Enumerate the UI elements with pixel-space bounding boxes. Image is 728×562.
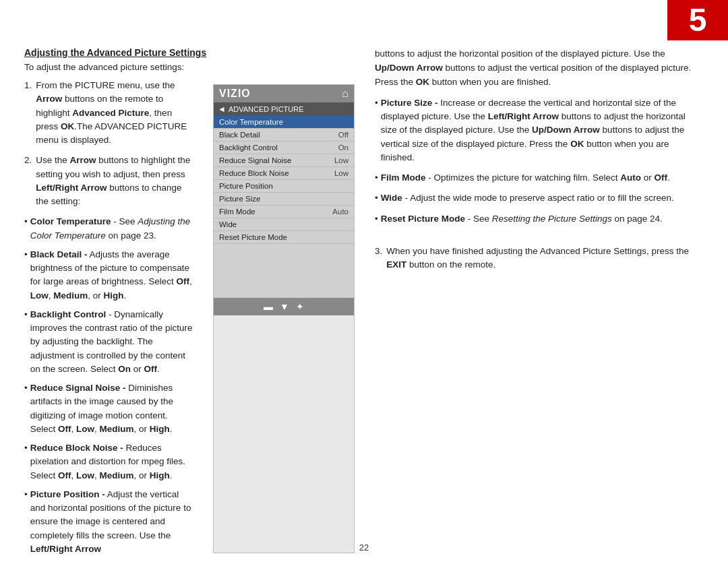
- right-bullet-picture-size: • Picture Size - Increase or decrease th…: [375, 96, 704, 164]
- tv-menu-items: Color Temperature Black Detail Off Backl…: [214, 116, 354, 244]
- content-wrapper: Adjusting the Advanced Picture Settings …: [24, 47, 704, 535]
- page-number: 5: [689, 4, 707, 36]
- numbered-list: 1. From the PICTURE menu, use the Arrow …: [24, 79, 194, 208]
- bullet-reduce-block-noise: • Reduce Block Noise - Reduces pixelatio…: [24, 441, 194, 482]
- menu-icon: ▬: [264, 301, 273, 312]
- right-bullet-list: • Picture Size - Increase or decrease th…: [375, 96, 704, 232]
- step-1: 1. From the PICTURE menu, use the Arrow …: [24, 79, 194, 147]
- bullet-backlight-control: • Backlight Control - Dynamically improv…: [24, 308, 194, 376]
- right-bullet-film-mode: • Film Mode - Optimizes the picture for …: [375, 171, 704, 185]
- step-2: 2. Use the Arrow buttons to highlight th…: [24, 154, 194, 208]
- tv-menu-item-black-detail: Black Detail Off: [214, 129, 354, 142]
- down-icon: ▼: [280, 301, 289, 312]
- home-icon: ⌂: [342, 88, 348, 100]
- tv-menu-item-picture-position: Picture Position: [214, 180, 354, 193]
- bullet-picture-position: • Picture Position - Adjust the vertical…: [24, 488, 194, 556]
- intro-text: To adjust the advanced picture settings:: [24, 62, 355, 72]
- settings-icon: ✦: [296, 301, 304, 312]
- right-bullet-reset-picture-mode: • Reset Picture Mode - See Resetting the…: [375, 212, 704, 226]
- tv-header: VIZIO ⌂: [214, 85, 354, 102]
- tv-menu-item-film-mode: Film Mode Auto: [214, 206, 354, 218]
- tv-empty-area: [214, 244, 354, 298]
- tv-menu-item-color-temp: Color Temperature: [214, 116, 354, 129]
- tv-menu-item-wide: Wide: [214, 218, 354, 231]
- tv-menu-item-reduce-block-noise: Reduce Block Noise Low: [214, 167, 354, 180]
- back-arrow-icon: ◄: [218, 104, 226, 114]
- step-3: 3. When you have finished adjusting the …: [375, 245, 704, 272]
- tv-menu-item-reset-picture-mode: Reset Picture Mode: [214, 231, 354, 244]
- left-column: Adjusting the Advanced Picture Settings …: [24, 47, 355, 535]
- page-bottom-number: 22: [359, 542, 369, 553]
- right-column: buttons to adjust the horizontal positio…: [375, 47, 704, 535]
- right-bullet-wide: • Wide - Adjust the wide mode to preserv…: [375, 191, 704, 205]
- tv-menu-item-backlight-control: Backlight Control On: [214, 142, 354, 154]
- bullet-black-detail: • Black Detail - Adjusts the average bri…: [24, 248, 194, 303]
- tv-menu-mockup: VIZIO ⌂ ◄ ADVANCED PICTURE Color Tempera…: [213, 84, 355, 553]
- section-title: Adjusting the Advanced Picture Settings: [24, 47, 355, 58]
- tv-menu-title-bar: ◄ ADVANCED PICTURE: [214, 102, 354, 116]
- bullet-color-temp: • Color Temperature - See Adjusting the …: [24, 215, 194, 243]
- tv-menu-title: ADVANCED PICTURE: [229, 105, 304, 113]
- right-intro-para: buttons to adjust the horizontal positio…: [375, 47, 704, 90]
- bullet-reduce-signal-noise: • Reduce Signal Noise - Diminishes artif…: [24, 381, 194, 436]
- vizio-logo: VIZIO: [219, 88, 251, 100]
- bullet-list: • Color Temperature - See Adjusting the …: [24, 215, 194, 556]
- tv-menu-item-picture-size: Picture Size: [214, 193, 354, 206]
- tv-bottom-bar: ▬ ▼ ✦: [214, 298, 354, 315]
- tv-menu-item-reduce-signal-noise: Reduce Signal Noise Low: [214, 154, 354, 167]
- page-corner: 5: [667, 0, 728, 40]
